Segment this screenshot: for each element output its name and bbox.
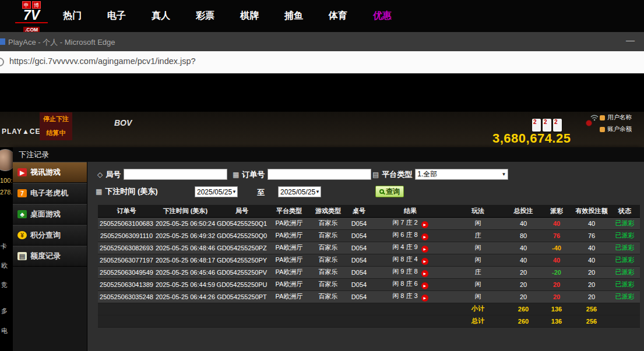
time-cell: 2025-05-25 06:49:32 [155, 229, 216, 242]
round-input[interactable] [124, 169, 227, 180]
replay-icon[interactable]: ▶ [421, 295, 428, 302]
payout-cell: -20 [540, 266, 573, 278]
order-cell: 250525063091110 [98, 229, 155, 242]
nav-item-2[interactable]: 电子 [107, 10, 126, 22]
account-label: 账户余额 [607, 125, 632, 133]
column-header: 状态 [610, 205, 640, 217]
replay-icon[interactable]: ▶ [421, 221, 428, 228]
valid-cell: 40 [573, 242, 610, 254]
order-input[interactable] [268, 169, 371, 180]
table-row: 2505250630352482025-05-25 06:44:26GD0542… [98, 290, 640, 303]
sidebar-item-label: 视讯游戏 [30, 167, 61, 178]
order-cell: 250525063049549 [98, 266, 155, 278]
status-cell: 已派彩 [610, 254, 640, 266]
playing-card: 2 [532, 119, 541, 132]
site-logo[interactable]: 申 博 7V .COM [15, 1, 48, 34]
round-cell: GD054255250PV [216, 266, 268, 278]
nav-item-3[interactable]: 真人 [152, 10, 170, 22]
bet-cell: 20 [507, 278, 540, 290]
reload-icon[interactable] [0, 58, 4, 66]
game-cell: 百家乐 [310, 217, 346, 229]
sidebar-item-3[interactable]: ♣桌面游戏 [13, 204, 87, 225]
game-background: PLAY▲CE 停止下注 结算中 BOV 222 3,680,674.25 用户… [0, 112, 644, 147]
nav-item-7[interactable]: 体育 [329, 10, 347, 22]
search-button[interactable]: 查询 [375, 186, 404, 197]
grand-total-row: 总计260136256 [98, 315, 640, 327]
round-cell: GD054255250Q1 [216, 217, 268, 229]
play-cell: 闲 [449, 290, 507, 303]
game-status-box: 停止下注 结算中 [40, 112, 72, 140]
round-cell: GD054255250PT [216, 290, 268, 303]
subtotal-payout-cell: 136 [540, 303, 573, 315]
column-header: 总投注 [507, 205, 540, 217]
order-cell: 250525063041389 [98, 278, 155, 290]
minimize-button[interactable]: — [626, 35, 635, 45]
valid-cell: 76 [573, 229, 610, 242]
platform-select-value: 1.全部 [417, 169, 437, 179]
grand-total-filler [98, 315, 449, 327]
table-row: 2505250630771972025-05-25 06:48:17GD0542… [98, 254, 640, 266]
platform-cell: PA欧洲厅 [268, 242, 310, 254]
play-cell: 闲 [449, 217, 507, 229]
status-cell: 已派彩 [610, 266, 640, 278]
subtotal-end [610, 303, 640, 315]
payout-cell: 40 [540, 217, 573, 229]
left-fragment: 竞 [1, 281, 8, 289]
window-title: PlayAce - 个人 - Microsoft Edge [8, 37, 115, 48]
table-games-icon: ♣ [17, 210, 27, 218]
result-text: 闲 4 庄 9 [392, 243, 417, 250]
platform-select[interactable]: 1.全部 ▼ [415, 169, 508, 180]
round-label: 局号 [105, 169, 121, 180]
date-to-select[interactable]: 2025/05/25 ▼ [278, 186, 321, 197]
nav-item-8[interactable]: 优惠 [373, 10, 392, 22]
order-cell: 250525063077197 [98, 254, 155, 266]
time-cell: 2025-05-25 06:44:59 [155, 278, 216, 290]
table-row: 2505250630495492025-05-25 06:45:46GD0542… [98, 266, 640, 278]
replay-icon[interactable]: ▶ [421, 282, 428, 289]
sidebar-item-5[interactable]: ▤额度记录 [13, 246, 87, 267]
order-cell: 250525063035248 [98, 290, 155, 303]
records-content: ◇ 局号 ▦ 订单号 ▤ 平台类型 1.全部 ▼ [87, 162, 644, 351]
grand-total-label-cell: 总计 [449, 315, 507, 327]
sidebar-item-4[interactable]: ¥积分查询 [13, 225, 87, 246]
column-header: 订单号 [98, 205, 155, 217]
platform-filter: ▤ 平台类型 1.全部 ▼ [372, 169, 508, 180]
column-header: 平台类型 [268, 205, 310, 217]
platform-cell: PA欧洲厅 [268, 217, 310, 229]
nav-item-6[interactable]: 捕鱼 [284, 10, 303, 22]
time-cell: 2025-05-25 06:45:46 [155, 266, 216, 278]
tableNo-cell: D054 [346, 254, 372, 266]
replay-icon[interactable]: ▶ [421, 258, 428, 265]
nav-item-4[interactable]: 彩票 [196, 10, 214, 22]
playing-card: 2 [553, 119, 562, 132]
account-label: 用户名称 [607, 114, 632, 122]
sidebar-item-label: 积分查询 [30, 230, 61, 240]
nav-item-5[interactable]: 棋牌 [240, 10, 259, 22]
valid-cell: 20 [573, 266, 610, 278]
wifi-icon [590, 114, 599, 121]
table-row: 2505250631006832025-05-25 06:50:24GD0542… [98, 217, 640, 229]
column-header: 下注时间 (美东) [155, 205, 216, 217]
date-from-select[interactable]: 2025/05/25 ▼ [195, 186, 238, 197]
valid-cell: 20 [573, 278, 610, 290]
nav-item-1[interactable]: 热门 [63, 10, 82, 22]
balance-amount: 3,680,674.25 [492, 131, 571, 146]
sidebar-item-2[interactable]: 7电子老虎机 [13, 183, 87, 204]
valid-cell: 20 [573, 290, 610, 303]
sidebar-item-1[interactable]: ▶视讯游戏 [13, 162, 87, 183]
order-cell: 250525063100683 [98, 217, 155, 229]
subtotal-label-cell: 小计 [449, 303, 507, 315]
replay-icon[interactable]: ▶ [421, 270, 428, 277]
browser-url-bar[interactable]: https://gci.7vvvvvv.com/agingame/pcv1/in… [0, 51, 644, 73]
status-cell: 已派彩 [610, 229, 640, 242]
url-text[interactable]: https://gci.7vvvvvv.com/agingame/pcv1/in… [9, 56, 196, 66]
replay-icon[interactable]: ▶ [421, 246, 428, 253]
platform-cell: PA欧洲厅 [268, 278, 310, 290]
status-cell: 已派彩 [610, 242, 640, 254]
replay-icon[interactable]: ▶ [421, 233, 428, 240]
platform-cell: PA欧洲厅 [268, 229, 310, 242]
user-icon [600, 115, 605, 120]
bov-text: BOV [114, 118, 132, 127]
round-filter: ◇ 局号 [97, 169, 227, 180]
valid-cell: 40 [573, 217, 610, 229]
